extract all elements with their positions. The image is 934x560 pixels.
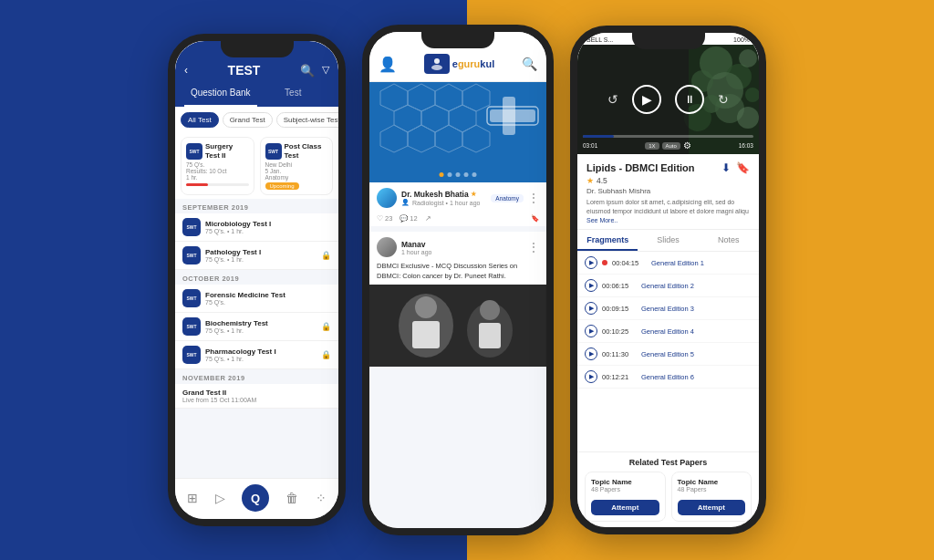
frag-play-2[interactable]: ▶ <box>585 279 597 292</box>
card-surgery[interactable]: SWT Surgery Test II 75 Q's. Results: 10 … <box>181 137 254 195</box>
svg-rect-23 <box>479 323 501 348</box>
tab-notes[interactable]: Notes <box>699 230 759 251</box>
pause-button[interactable]: ⏸ <box>675 85 704 114</box>
item4-title: Biochemistry Test <box>205 319 268 327</box>
filter-grand-btn[interactable]: Grand Test <box>223 112 273 128</box>
fragment-item-4[interactable]: ▶ 00:10:25 General Edition 4 <box>577 320 759 343</box>
frag-play-3[interactable]: ▶ <box>585 302 597 315</box>
progress-track[interactable] <box>583 135 753 138</box>
verify-icon: ★ <box>471 191 476 198</box>
tab-fragments[interactable]: Fragments <box>577 230 638 251</box>
bookmark-icon-2[interactable]: 🔖 <box>736 161 750 174</box>
nav-more-icon[interactable]: ⁘ <box>316 491 327 505</box>
post2-video[interactable]: ▶ <box>369 285 546 367</box>
card2-date: 5 Jan. <box>265 168 328 174</box>
fragment-item-3[interactable]: ▶ 00:09:15 General Edition 3 <box>577 297 759 320</box>
section-oct: OCTOBER 2019 <box>175 270 338 285</box>
filter-all-btn[interactable]: All Test <box>181 112 219 128</box>
settings-icon[interactable]: ⚙ <box>683 140 691 150</box>
author1-info: Dr. Mukesh Bhatia ★ 👤 Radiologist • 1 ho… <box>401 190 491 206</box>
speed-badge[interactable]: 1X <box>645 142 659 150</box>
filter-icon[interactable]: ▽ <box>322 64 329 78</box>
logo-icon <box>424 54 450 74</box>
rewind-icon[interactable]: ↺ <box>607 92 618 107</box>
grand-title: Grand Test II <box>182 389 331 397</box>
fragment-item-1[interactable]: ▶ 00:04:15 General Edition 1 <box>577 252 759 275</box>
post2-more-icon[interactable]: ⋮ <box>528 241 539 254</box>
like-count: 23 <box>385 214 392 223</box>
frag-label-6[interactable]: General Edition 6 <box>641 373 752 381</box>
author1-avatar <box>377 188 397 208</box>
frag-label-5[interactable]: General Edition 5 <box>641 350 752 358</box>
tab-slides[interactable]: Slides <box>638 230 698 251</box>
bottom-nav: ⊞ ▷ Q 🗑 ⁘ <box>175 478 338 519</box>
nav-home-icon[interactable]: ⊞ <box>187 491 198 505</box>
nav-q-button[interactable]: Q <box>242 484 269 512</box>
fragment-item-5[interactable]: ▶ 00:11:30 General Edition 5 <box>577 343 759 366</box>
item1-sub: 75 Q's. • 1 hr. <box>205 228 271 234</box>
filter-subject-btn[interactable]: Subject-wise Test <box>276 112 338 128</box>
frag-play-6[interactable]: ▶ <box>585 370 597 383</box>
play-large-button[interactable]: ▶ <box>632 85 661 114</box>
list-item-forensic[interactable]: SWT Forensic Medicine Test 75 Q's. <box>175 285 338 313</box>
svg-point-1 <box>431 65 442 70</box>
rel-card1-count: 48 Papers <box>591 486 659 493</box>
rel-card2-count: 48 Papers <box>678 486 746 493</box>
attempt-btn-1[interactable]: Attempt <box>591 500 659 515</box>
item4-sub: 75 Q's. • 1 hr. <box>205 327 268 334</box>
user-icon[interactable]: 👤 <box>379 56 397 73</box>
svg-rect-22 <box>412 321 440 348</box>
top-cards: SWT Surgery Test II 75 Q's. Results: 10 … <box>175 133 338 199</box>
filter-row: All Test Grand Test Subject-wise Test Vi… <box>175 107 338 133</box>
svg-rect-17 <box>369 285 546 367</box>
attempt-btn-2[interactable]: Attempt <box>678 500 746 515</box>
see-more-button[interactable]: See More.. <box>586 217 617 223</box>
list-item-biochem[interactable]: SWT Biochemistry Test 75 Q's. • 1 hr. 🔒 <box>175 313 338 341</box>
lock-icon-3: 🔒 <box>321 350 331 359</box>
download-icon[interactable]: ⬇ <box>721 161 731 174</box>
post1-tag[interactable]: Anatomy <box>491 194 524 202</box>
item2-title: Pathology Test I <box>205 248 261 256</box>
list-item-micro[interactable]: SWT Microbiology Test I 75 Q's. • 1 hr. <box>175 213 338 242</box>
nav-test-icon[interactable]: 🗑 <box>285 491 298 505</box>
share-button[interactable]: ↗ <box>425 214 431 223</box>
auto-badge[interactable]: Auto <box>662 142 680 150</box>
fragment-item-6[interactable]: ▶ 00:12:21 General Edition 6 <box>577 366 759 389</box>
like-button[interactable]: ♡ 23 <box>377 214 392 223</box>
list-item-patho[interactable]: SWT Pathology Test I 75 Q's. • 1 hr. 🔒 <box>175 242 338 270</box>
item1-title: Microbiology Test I <box>205 220 271 228</box>
list-item-grand[interactable]: Grand Test II Live from 15 Oct 11:00AM <box>175 384 338 409</box>
frag-play-4[interactable]: ▶ <box>585 325 597 337</box>
card2-location: New Delhi <box>265 161 328 168</box>
post1-meta: Dr. Mukesh Bhatia ★ 👤 Radiologist • 1 ho… <box>369 182 546 211</box>
list-item-pharma[interactable]: SWT Pharmacology Test I 75 Q's. • 1 hr. … <box>175 341 338 369</box>
biochem-badge: SWT <box>182 317 201 336</box>
frag-play-1[interactable]: ▶ <box>585 256 597 269</box>
forward-icon[interactable]: ↻ <box>718 92 729 107</box>
search-icon[interactable]: 🔍 <box>300 64 315 78</box>
phone1-title: TEST <box>188 63 300 78</box>
frag-label-4[interactable]: General Edition 4 <box>641 327 752 336</box>
related-card-1: Topic Name 48 Papers Attempt <box>585 472 666 522</box>
share-icon: ↗ <box>425 214 431 223</box>
bookmark-icon[interactable]: 🔖 <box>531 214 539 223</box>
frag-time-4: 00:10:25 <box>602 327 637 336</box>
fragment-item-2[interactable]: ▶ 00:06:15 General Edition 2 <box>577 275 759 297</box>
forensic-badge: SWT <box>182 289 201 307</box>
post1-more-icon[interactable]: ⋮ <box>528 192 539 204</box>
frag-play-5[interactable]: ▶ <box>585 347 597 360</box>
frag-label-1[interactable]: General Edition 1 <box>651 259 752 267</box>
tab-test[interactable]: Test <box>257 83 330 107</box>
card1-qs: 75 Q's. <box>186 161 249 168</box>
nav-video-icon[interactable]: ▷ <box>215 491 225 505</box>
test-list: SEPTEMBER 2019 SWT Microbiology Test I 7… <box>175 199 338 478</box>
tab-question-bank[interactable]: Question Bank <box>184 83 257 107</box>
comment-button[interactable]: 💬 12 <box>400 214 417 223</box>
frag-label-3[interactable]: General Edition 3 <box>641 305 752 313</box>
patho-badge: SWT <box>182 246 201 264</box>
phone2-search-icon[interactable]: 🔍 <box>522 57 537 71</box>
total-time: 16:03 <box>739 142 753 149</box>
frag-label-2[interactable]: General Edition 2 <box>641 282 752 290</box>
card-postclass[interactable]: SWT Post Class Test New Delhi 5 Jan. Ana… <box>260 137 334 195</box>
phone3-content: Lipids - DBMCI Edition ⬇ 🔖 ★ 4.5 Dr. Sub… <box>577 154 759 527</box>
